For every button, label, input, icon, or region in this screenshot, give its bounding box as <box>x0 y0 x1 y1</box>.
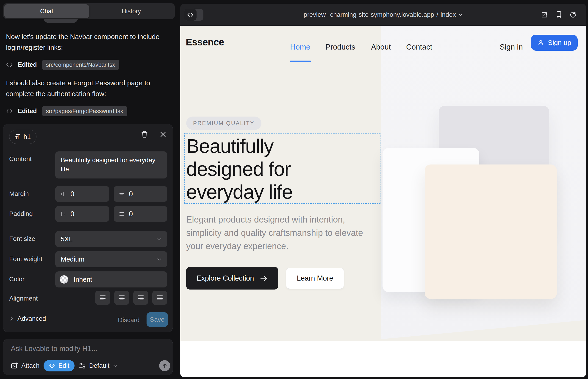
premium-quality-badge: PREMIUM QUALITY <box>186 117 262 130</box>
composer-toolbar: Attach Edit Default <box>11 360 118 372</box>
margin-y-value: 0 <box>129 190 133 198</box>
chat-message: I should also create a Forgot Password p… <box>6 78 169 99</box>
margin-vertical-icon <box>119 191 125 197</box>
mobile-view-button[interactable] <box>556 11 562 18</box>
element-tag: h1 <box>23 133 31 141</box>
arrow-right-icon <box>260 275 268 282</box>
font-size-select[interactable]: 5XL <box>55 231 167 247</box>
nav-link-home[interactable]: Home <box>290 43 310 51</box>
close-panel-button[interactable] <box>159 130 167 138</box>
advanced-toggle[interactable]: Advanced <box>9 315 46 322</box>
nav-link-about[interactable]: About <box>371 43 391 51</box>
attach-image-icon <box>11 362 18 369</box>
text-size-icon: TT <box>15 133 20 141</box>
element-editor-panel: TT h1 Content Beautifully designed for e… <box>3 124 173 332</box>
edited-file-row: Edited src/pages/ForgotPassword.tsx <box>6 106 127 117</box>
nav-home-underline <box>290 61 311 62</box>
margin-y-input[interactable]: 0 <box>114 186 167 202</box>
arrow-up-icon <box>162 363 168 369</box>
nav-link-products[interactable]: Products <box>325 43 355 51</box>
chat-sidebar: Chat History Now let's update the Navbar… <box>0 0 178 379</box>
attach-button[interactable]: Attach <box>11 362 39 369</box>
sliders-icon <box>79 362 86 369</box>
nav-link-contact[interactable]: Contact <box>406 43 432 51</box>
learn-more-button[interactable]: Learn More <box>286 268 344 289</box>
save-button[interactable]: Save <box>147 312 168 327</box>
person-icon <box>537 39 544 46</box>
edited-file-badge[interactable]: src/pages/ForgotPassword.tsx <box>42 106 127 116</box>
color-select[interactable]: Inherit <box>55 271 167 287</box>
delete-element-button[interactable] <box>140 130 148 138</box>
margin-x-input[interactable]: 0 <box>55 186 109 202</box>
sidebar-tabbar: Chat History <box>3 3 175 19</box>
url-page: index <box>441 11 456 18</box>
chevron-down-icon <box>157 236 162 242</box>
site-preview: Essence Home Products About Contact Sign… <box>180 26 586 377</box>
align-left-button[interactable] <box>95 291 110 305</box>
font-weight-label: Font weight <box>9 255 42 263</box>
edit-label: Edit <box>58 362 69 369</box>
edited-label: Edited <box>18 108 37 115</box>
chevron-right-icon <box>9 316 14 321</box>
explore-collection-button[interactable]: Explore Collection <box>186 267 278 289</box>
edited-file-row: Edited src/components/Navbar.tsx <box>6 59 119 70</box>
smartphone-icon <box>556 11 562 18</box>
align-center-icon <box>118 295 125 301</box>
browser-actions <box>541 4 576 26</box>
color-label: Color <box>9 276 25 283</box>
sign-in-link[interactable]: Sign in <box>500 43 523 51</box>
site-logo[interactable]: Essence <box>186 37 224 48</box>
color-value: Inherit <box>74 276 92 283</box>
align-justify-button[interactable] <box>152 291 167 305</box>
margin-label: Margin <box>9 190 29 198</box>
refresh-icon <box>570 11 576 18</box>
hero-paragraph: Elegant products designed with intention… <box>186 213 374 253</box>
chevron-down-icon <box>157 256 162 262</box>
attach-label: Attach <box>21 362 39 369</box>
external-link-icon <box>541 11 548 18</box>
refresh-button[interactable] <box>570 11 576 18</box>
padding-vertical-icon <box>119 211 125 217</box>
close-icon <box>160 131 166 138</box>
lovable-app: Chat History Now let's update the Navbar… <box>0 0 588 379</box>
chat-composer: Ask Lovable to modify H1... Attach Edit … <box>3 339 173 375</box>
composer-input[interactable]: Ask Lovable to modify H1... <box>11 345 97 353</box>
sign-up-button[interactable]: Sign up <box>531 35 578 51</box>
selected-element-chip: TT h1 <box>9 130 36 144</box>
align-justify-icon <box>156 295 163 301</box>
advanced-label: Advanced <box>17 315 46 322</box>
edited-label: Edited <box>18 61 37 68</box>
padding-x-value: 0 <box>70 210 74 218</box>
padding-x-input[interactable]: 0 <box>55 206 109 222</box>
discard-button[interactable]: Discard <box>118 316 140 324</box>
padding-label: Padding <box>9 210 33 218</box>
open-external-button[interactable] <box>541 11 548 18</box>
font-weight-select[interactable]: Medium <box>55 251 167 267</box>
font-size-value: 5XL <box>61 235 73 243</box>
url-bar[interactable]: preview--charming-site-symphony.lovable.… <box>180 4 586 26</box>
browser-topbar: preview--charming-site-symphony.lovable.… <box>180 4 586 26</box>
align-right-button[interactable] <box>133 291 148 305</box>
send-button[interactable] <box>159 360 170 371</box>
section-below-hero <box>180 341 586 377</box>
padding-y-value: 0 <box>129 210 133 218</box>
tab-history[interactable]: History <box>89 4 174 18</box>
edit-mode-button[interactable]: Edit <box>44 360 74 371</box>
font-size-label: Font size <box>9 235 35 242</box>
code-icon <box>6 62 13 67</box>
font-weight-value: Medium <box>61 255 84 263</box>
padding-y-input[interactable]: 0 <box>114 206 167 222</box>
hero-image-placeholder-beige <box>425 164 557 299</box>
content-value: Beautifully designed for everyday life <box>61 156 162 174</box>
mode-select[interactable]: Default <box>79 362 118 369</box>
tab-chat[interactable]: Chat <box>4 4 89 18</box>
align-right-icon <box>137 295 144 301</box>
edited-file-badge[interactable]: src/components/Navbar.tsx <box>42 60 120 70</box>
margin-x-value: 0 <box>70 190 74 198</box>
content-input[interactable]: Beautifully designed for everyday life <box>55 151 167 178</box>
sign-up-label: Sign up <box>548 39 571 47</box>
hero-heading[interactable]: Beautifully designed for everyday life <box>186 134 328 203</box>
align-center-button[interactable] <box>114 291 129 305</box>
content-label: Content <box>9 155 32 163</box>
preview-window: preview--charming-site-symphony.lovable.… <box>180 4 586 377</box>
